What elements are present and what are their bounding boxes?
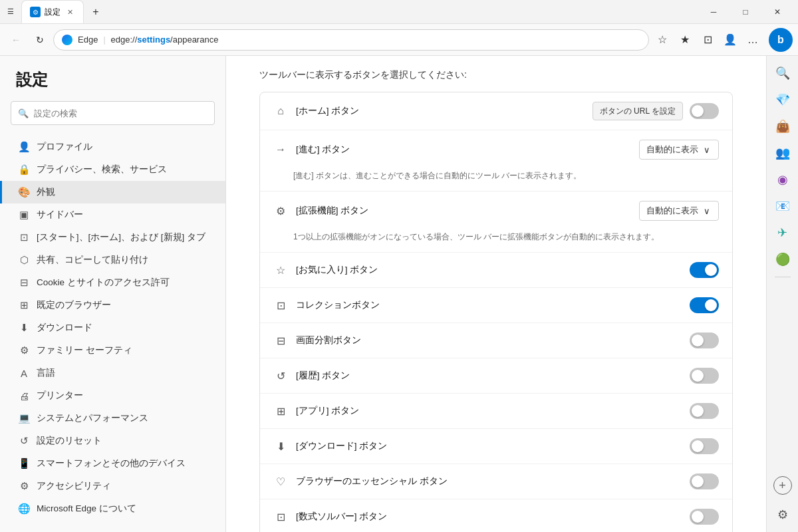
refresh-btn[interactable]: ↻: [29, 29, 51, 51]
setting-row-forward: → [進む] ボタン 自動的に表示∨ [進む] ボタンは、進むことができる場合に…: [260, 130, 732, 192]
settings-search-wrap[interactable]: 🔍: [11, 101, 215, 125]
toggle-math_solver[interactable]: [690, 509, 719, 525]
sidebar-toggle-btn[interactable]: ☰: [5, 7, 16, 17]
nav-icon-mobile: 📱: [18, 458, 30, 469]
row-icon-home: ⌂: [273, 104, 288, 118]
tab-icon: ⚙: [30, 7, 41, 17]
toggle-history[interactable]: [690, 368, 719, 384]
toggle-home[interactable]: [690, 103, 719, 119]
rs-people-icon[interactable]: 👥: [771, 141, 795, 165]
new-tab-btn[interactable]: +: [86, 3, 105, 21]
restore-btn[interactable]: □: [730, 1, 761, 23]
nav-label-mobile: スマートフォンとその他のデバイス: [37, 458, 186, 469]
rs-bag-icon[interactable]: 👜: [771, 114, 795, 138]
settings-tab[interactable]: ⚙ 設定 ✕: [21, 0, 84, 23]
nav-icon-downloads: ⬇: [18, 322, 30, 334]
rs-send-icon[interactable]: ✈: [771, 221, 795, 245]
sidebar-item-share[interactable]: ⬡共有、コピーして貼り付け: [0, 249, 225, 271]
sidebar-item-family[interactable]: ⚙ファミリー セーフティ: [0, 339, 225, 362]
sidebar-item-printer[interactable]: 🖨プリンター: [0, 384, 225, 407]
sidebar-item-downloads[interactable]: ⬇ダウンロード: [0, 317, 225, 339]
url-btn-home[interactable]: ボタンの URL を設定: [593, 102, 683, 120]
sidebar-item-reset[interactable]: ↺設定のリセット: [0, 430, 225, 452]
toggle-thumb-math_solver: [692, 511, 704, 523]
tab-strip: ⚙ 設定 ✕ +: [21, 0, 693, 23]
window-controls: ─ □ ✕: [698, 1, 793, 23]
settings-search-input[interactable]: [34, 108, 207, 118]
favorites-star-icon[interactable]: ☆: [652, 29, 673, 51]
nav-icon-system: 💻: [18, 412, 30, 424]
row-label-favorites: [お気に入り] ボタン: [296, 264, 682, 276]
toggle-collections[interactable]: [690, 297, 719, 313]
row-icon-forward: →: [273, 142, 288, 157]
main-layout: 設定 🔍 👤プロファイル🔒プライバシー、検索、サービス🎨外観▣サイドバー⊡[スタ…: [0, 56, 798, 532]
chevron-down-icon: ∨: [704, 145, 710, 155]
sidebar-item-sidebar[interactable]: ▣サイドバー: [0, 203, 225, 226]
row-label-collections: コレクションボタン: [296, 299, 682, 311]
toggle-browser_essentials[interactable]: [690, 473, 719, 489]
row-label-math_solver: [数式ソルバー] ボタン: [296, 511, 682, 523]
row-control-home: ボタンの URL を設定: [593, 102, 719, 120]
rs-gem-icon[interactable]: 💎: [771, 88, 795, 112]
address-bar[interactable]: Edge | edge://settings/appearance: [53, 29, 649, 51]
sidebar-item-cookies[interactable]: ⊟Cookie とサイトのアクセス許可: [0, 271, 225, 294]
collections-icon[interactable]: ⊡: [697, 29, 718, 51]
row-main-forward: → [進む] ボタン 自動的に表示∨: [273, 140, 719, 160]
sidebar: 設定 🔍 👤プロファイル🔒プライバシー、検索、サービス🎨外観▣サイドバー⊡[スタ…: [0, 56, 226, 532]
row-desc-forward: [進む] ボタンは、進むことができる場合に自動的にツール バーに表示されます。: [293, 170, 581, 182]
rs-circle-icon[interactable]: ◉: [771, 168, 795, 192]
content-area: ツールバーに表示するボタンを選択してください: ⌂ [ホーム] ボタン ボタンの…: [226, 56, 766, 532]
dropdown-extensions[interactable]: 自動的に表示∨: [639, 201, 719, 221]
sidebar-item-start[interactable]: ⊡[スタート]、[ホーム]、および [新規] タブ: [0, 226, 225, 249]
nav-label-system: システムとパフォーマンス: [37, 412, 148, 424]
bing-btn[interactable]: b: [769, 28, 793, 52]
toggle-thumb-collections: [705, 299, 717, 311]
more-icon[interactable]: …: [742, 29, 763, 51]
sidebar-item-privacy[interactable]: 🔒プライバシー、検索、サービス: [0, 158, 225, 181]
nav-icon-cookies: ⊟: [18, 277, 30, 289]
toggle-downloads[interactable]: [690, 438, 719, 454]
rs-search-icon[interactable]: 🔍: [771, 61, 795, 85]
sidebar-item-mobile[interactable]: 📱スマートフォンとその他のデバイス: [0, 452, 225, 475]
nav-icon-printer: 🖨: [18, 390, 30, 402]
toolbar-icons: ☆ ★ ⊡ 👤 …: [652, 29, 763, 51]
setting-row-collections: ⊡ コレクションボタン: [260, 288, 732, 323]
addressbar: ← ↻ Edge | edge://settings/appearance ☆ …: [0, 24, 798, 56]
sidebar-item-about[interactable]: 🌐Microsoft Edge について: [0, 497, 225, 520]
setting-row-home: ⌂ [ホーム] ボタン ボタンの URL を設定: [260, 92, 732, 130]
rs-add-btn[interactable]: +: [773, 476, 792, 495]
sidebar-item-system[interactable]: 💻システムとパフォーマンス: [0, 407, 225, 430]
nav-label-privacy: プライバシー、検索、サービス: [37, 164, 167, 176]
nav-label-printer: プリンター: [37, 390, 83, 402]
rs-green-icon[interactable]: 🟢: [771, 247, 795, 271]
fav-collections-icon[interactable]: ★: [674, 29, 696, 51]
toggle-thumb-downloads: [692, 440, 704, 452]
setting-row-downloads: ⬇ [ダウンロード] ボタン: [260, 429, 732, 464]
tab-close-btn[interactable]: ✕: [65, 7, 75, 17]
row-label-browser_essentials: ブラウザーのエッセンシャル ボタン: [296, 475, 682, 487]
nav-label-appearance: 外観: [37, 186, 55, 198]
rs-settings-icon[interactable]: ⚙: [771, 503, 795, 527]
toggle-favorites[interactable]: [690, 262, 719, 278]
profile-icon[interactable]: 👤: [720, 29, 741, 51]
close-btn[interactable]: ✕: [762, 1, 793, 23]
nav-label-cookies: Cookie とサイトのアクセス許可: [37, 277, 170, 289]
back-btn[interactable]: ←: [5, 29, 27, 51]
sidebar-item-default_browser[interactable]: ⊞既定のブラウザー: [0, 294, 225, 317]
address-bold: settings: [137, 35, 170, 45]
nav-label-default_browser: 既定のブラウザー: [37, 299, 111, 311]
settings-card: ⌂ [ホーム] ボタン ボタンの URL を設定 → [進む] ボタン 自動的に…: [259, 92, 733, 532]
sidebar-item-languages[interactable]: A言語: [0, 362, 225, 384]
sidebar-item-profile[interactable]: 👤プロファイル: [0, 136, 225, 158]
nav-label-languages: 言語: [37, 367, 55, 379]
sidebar-item-appearance[interactable]: 🎨外観: [0, 181, 225, 203]
sidebar-item-accessibility[interactable]: ⚙アクセシビリティ: [0, 475, 225, 497]
rs-outlook-icon[interactable]: 📧: [771, 194, 795, 218]
minimize-btn[interactable]: ─: [698, 1, 729, 23]
dropdown-forward[interactable]: 自動的に表示∨: [639, 140, 719, 160]
setting-row-browser_essentials: ♡ ブラウザーのエッセンシャル ボタン: [260, 464, 732, 499]
toggle-split[interactable]: [690, 332, 719, 348]
toggle-apps[interactable]: [690, 403, 719, 419]
nav-icon-privacy: 🔒: [18, 164, 30, 176]
nav-label-accessibility: アクセシビリティ: [37, 480, 111, 492]
